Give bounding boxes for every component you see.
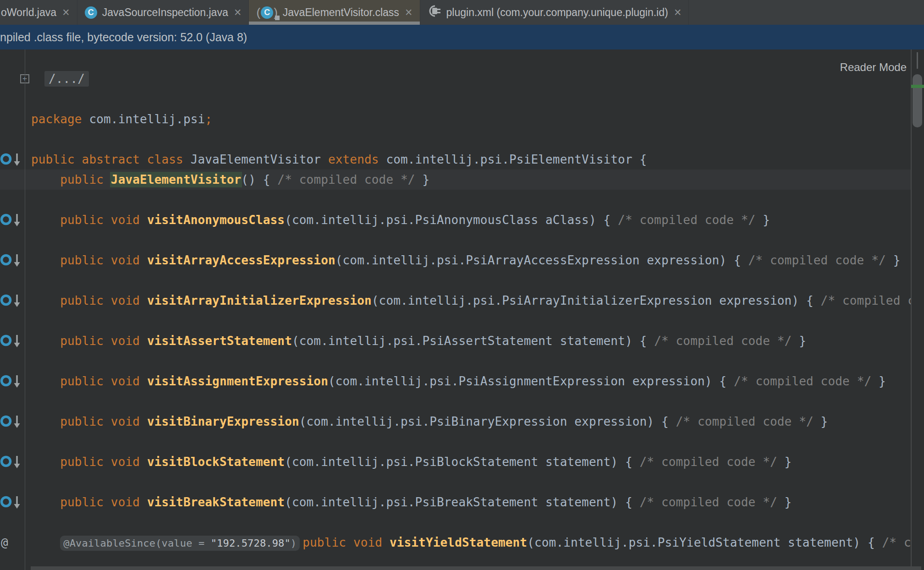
code-token: ; [205,112,212,126]
code-token: (com.intellij.psi.PsiBinaryExpression ex… [299,415,676,428]
code-line: public void visitAssignmentExpression(co… [0,371,911,391]
close-tab-icon[interactable]: × [62,6,70,19]
code-line: public void visitArrayInitializerExpress… [0,290,911,311]
code-line [0,391,911,411]
code-token: visitBinaryExpression [147,415,299,428]
code-token: public void [60,294,147,307]
code-line: public JavaElementVisitor() { /* compile… [0,170,911,190]
code-token: (com.intellij.psi.PsiBreakStatement stat… [285,495,639,509]
close-tab-icon[interactable]: × [405,6,412,19]
code-text: /.../ [31,69,89,89]
editor-tab-label: JavaSourceInspection.java [102,6,228,19]
code-token: } [871,374,886,388]
code-token: visitYieldStatement [390,536,527,549]
code-token: /* compiled code */ [734,374,871,388]
code-line [0,129,911,149]
editor-tab[interactable]: oWorld.java× [0,0,77,25]
code-token: com.intellij.psi.PsiElementVisitor { [386,153,647,166]
override-marker-icon[interactable] [0,290,24,312]
override-marker-icon[interactable] [0,452,24,474]
override-marker-icon[interactable] [0,149,24,171]
override-marker-icon[interactable] [0,331,24,353]
code-line: public void visitBinaryExpression(com.in… [0,411,911,432]
code-token: (com.intellij.psi.PsiYieldStatement stat… [527,536,882,549]
badge-square [275,16,280,20]
code-line: public void visitAssertStatement(com.int… [0,331,911,351]
editor-tab-bar: oWorld.java×CJavaSourceInspection.java×(… [0,0,924,25]
code-text: @AvailableSince(value = "192.5728.98")pu… [60,532,911,553]
editor-tab[interactable]: plugin.xml (com.your.company.unique.plug… [420,0,689,25]
editor-tab[interactable]: CJavaSourceInspection.java× [77,0,249,25]
decompiled-class-icon: (C) [256,6,277,19]
code-token: } [814,415,828,428]
class-icon: C [85,6,97,19]
code-line [0,512,911,532]
code-token: (com.intellij.psi.PsiAnonymousClass aCla… [285,213,618,227]
horizontal-scrollbar-thumb[interactable] [31,566,921,570]
code-token: (com.intellij.psi.PsiAssignmentExpressio… [328,374,734,388]
code-token: public void [60,374,147,388]
editor-tab-label: plugin.xml (com.your.company.unique.plug… [446,6,668,19]
close-tab-icon[interactable]: × [234,6,242,19]
gutter-separator [25,49,25,570]
scrollbar-analysis-marker [911,85,924,88]
code-token: /* co [882,536,911,549]
code-token: (com.intellij.psi.PsiBlockStatement stat… [285,455,639,469]
close-tab-icon[interactable]: × [674,6,682,19]
annotation-text: ) [291,537,297,549]
code-token: /* compiled code */ [676,415,814,428]
code-token: /* compiled code */ [277,173,415,186]
editor-tab-label: oWorld.java [1,6,56,19]
override-marker-icon[interactable] [0,371,24,393]
code-token: public void [60,213,147,227]
code-token: package [31,112,89,126]
code-token: (com.intellij.psi.PsiAssertStatement sta… [292,334,654,348]
folded-comment[interactable]: /.../ [44,71,89,87]
ide-window: oWorld.java×CJavaSourceInspection.java×(… [0,0,924,570]
code-text: public void visitBlockStatement(com.inte… [60,452,792,472]
code-token: /* compiled code */ [618,213,755,227]
code-line [0,270,911,290]
code-text: public void visitArrayAccessExpression(c… [60,250,900,270]
vertical-scrollbar-track[interactable] [911,49,912,570]
code-token: public void [60,455,147,469]
editor-tab[interactable]: (C)JavaElementVisitor.class× [249,0,420,25]
code-line [0,89,911,109]
override-marker-icon[interactable] [0,492,24,514]
editor-surface[interactable]: +/.../package com.intellij.psi;public ab… [0,69,911,553]
code-token: visitBreakStatement [147,495,285,509]
code-token: } [755,213,770,227]
override-marker-icon[interactable] [0,411,24,433]
annotation-gutter-icon[interactable]: @ [1,532,8,553]
code-token: () { [241,173,277,186]
code-text: public void visitBreakStatement(com.inte… [60,492,792,512]
annotation-text: @AvailableSince(value = [63,537,210,549]
code-text: public void visitAnonymousClass(com.inte… [60,210,770,230]
code-line: public void visitArrayAccessExpression(c… [0,250,911,270]
decompiled-banner-text: npiled .class file, bytecode version: 52… [0,31,247,44]
code-token: public void [60,415,147,428]
code-token: } [792,334,806,348]
code-line [0,351,911,371]
decompiled-banner: npiled .class file, bytecode version: 52… [0,25,924,49]
code-text: package com.intellij.psi; [31,109,212,129]
editor-tab-label: JavaElementVisitor.class [283,6,399,19]
code-line: @@AvailableSince(value = "192.5728.98")p… [0,532,911,553]
code-token: /* compiled code */ [640,495,777,509]
code-token: /* compiled code */ [748,253,886,267]
code-token: } [777,495,792,509]
code-line: package com.intellij.psi; [0,109,911,129]
code-token: (com.intellij.psi.PsiArrayAccessExpressi… [336,253,748,267]
override-marker-icon[interactable] [0,210,24,232]
code-token: public void [60,253,147,267]
vertical-scrollbar-thumb[interactable] [913,74,922,127]
code-token: } [415,173,430,186]
folded-annotation[interactable]: @AvailableSince(value = "192.5728.98") [60,536,300,551]
code-line: public abstract class JavaElementVisitor… [0,149,911,170]
override-marker-icon[interactable] [0,250,24,272]
code-token: visitAnonymousClass [147,213,285,227]
code-token: JavaElementVisitor [111,173,241,186]
code-line [0,230,911,250]
paren-left: ( [256,6,260,18]
code-text: public abstract class JavaElementVisitor… [31,149,647,170]
